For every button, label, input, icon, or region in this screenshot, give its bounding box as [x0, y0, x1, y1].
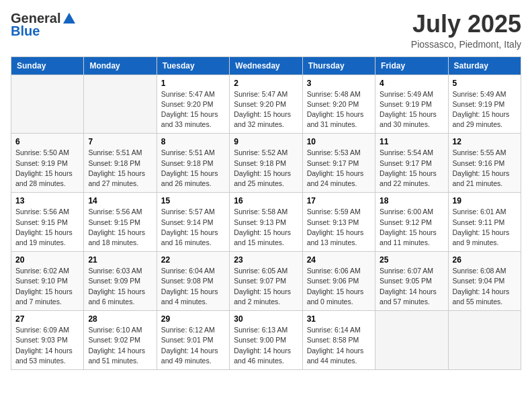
day-detail: Sunrise: 5:57 AMSunset: 9:14 PMDaylight:… [161, 208, 218, 246]
calendar-cell: 26 Sunrise: 6:08 AMSunset: 9:04 PMDaylig… [448, 252, 521, 311]
day-detail: Sunrise: 5:47 AMSunset: 9:20 PMDaylight:… [161, 90, 218, 129]
weekday-header-row: SundayMondayTuesdayWednesdayThursdayFrid… [11, 56, 521, 75]
calendar-cell: 8 Sunrise: 5:51 AMSunset: 9:18 PMDayligh… [157, 134, 229, 193]
calendar-cell: 1 Sunrise: 5:47 AMSunset: 9:20 PMDayligh… [157, 75, 229, 134]
title-block: July 2025 Piossasco, Piedmont, Italy [411, 11, 521, 50]
page-header: General Blue July 2025 Piossasco, Piedmo… [11, 11, 521, 50]
day-number: 28 [88, 314, 152, 324]
calendar-cell: 22 Sunrise: 6:04 AMSunset: 9:08 PMDaylig… [157, 252, 229, 311]
calendar-cell: 30 Sunrise: 6:13 AMSunset: 9:00 PMDaylig… [230, 311, 302, 370]
day-detail: Sunrise: 5:51 AMSunset: 9:18 PMDaylight:… [88, 148, 145, 187]
day-detail: Sunrise: 5:54 AMSunset: 9:17 PMDaylight:… [380, 148, 437, 187]
weekday-header-tuesday: Tuesday [157, 56, 229, 75]
day-detail: Sunrise: 5:48 AMSunset: 9:20 PMDaylight:… [307, 90, 364, 129]
day-number: 26 [453, 255, 517, 265]
calendar-cell: 29 Sunrise: 6:12 AMSunset: 9:01 PMDaylig… [157, 311, 229, 370]
day-number: 22 [161, 255, 225, 265]
day-number: 23 [234, 255, 298, 265]
day-number: 14 [88, 196, 152, 205]
calendar-week-1: 1 Sunrise: 5:47 AMSunset: 9:20 PMDayligh… [11, 75, 521, 134]
day-number: 1 [161, 79, 225, 88]
day-detail: Sunrise: 5:59 AMSunset: 9:13 PMDaylight:… [307, 208, 364, 246]
calendar-title: July 2025 [411, 11, 521, 38]
day-number: 2 [234, 79, 298, 88]
day-number: 27 [15, 314, 79, 324]
calendar-cell: 23 Sunrise: 6:05 AMSunset: 9:07 PMDaylig… [230, 252, 302, 311]
calendar-week-4: 20 Sunrise: 6:02 AMSunset: 9:10 PMDaylig… [11, 252, 521, 311]
weekday-header-saturday: Saturday [448, 56, 521, 75]
day-detail: Sunrise: 6:13 AMSunset: 9:00 PMDaylight:… [234, 326, 291, 365]
calendar-week-2: 6 Sunrise: 5:50 AMSunset: 9:19 PMDayligh… [11, 134, 521, 193]
day-detail: Sunrise: 6:05 AMSunset: 9:07 PMDaylight:… [234, 267, 291, 306]
day-number: 9 [234, 137, 298, 146]
logo-blue-text: Blue [11, 24, 40, 39]
calendar-cell [448, 311, 521, 370]
day-detail: Sunrise: 5:49 AMSunset: 9:19 PMDaylight:… [380, 90, 437, 129]
calendar-cell: 25 Sunrise: 6:07 AMSunset: 9:05 PMDaylig… [375, 252, 448, 311]
day-number: 16 [234, 196, 298, 205]
calendar-cell: 3 Sunrise: 5:48 AMSunset: 9:20 PMDayligh… [302, 75, 375, 134]
calendar-cell [375, 311, 448, 370]
day-detail: Sunrise: 6:03 AMSunset: 9:09 PMDaylight:… [88, 267, 145, 306]
calendar-cell: 2 Sunrise: 5:47 AMSunset: 9:20 PMDayligh… [230, 75, 302, 134]
day-number: 15 [161, 196, 225, 205]
weekday-header-wednesday: Wednesday [230, 56, 302, 75]
calendar-cell: 31 Sunrise: 6:14 AMSunset: 8:58 PMDaylig… [302, 311, 375, 370]
day-number: 11 [380, 137, 443, 146]
logo: General Blue [11, 11, 77, 39]
calendar-week-3: 13 Sunrise: 5:56 AMSunset: 9:15 PMDaylig… [11, 193, 521, 252]
day-number: 5 [453, 79, 517, 88]
calendar-subtitle: Piossasco, Piedmont, Italy [411, 39, 521, 50]
day-detail: Sunrise: 6:10 AMSunset: 9:02 PMDaylight:… [88, 326, 145, 365]
day-detail: Sunrise: 6:12 AMSunset: 9:01 PMDaylight:… [161, 326, 218, 365]
day-number: 3 [307, 79, 371, 88]
calendar-cell: 17 Sunrise: 5:59 AMSunset: 9:13 PMDaylig… [302, 193, 375, 252]
day-number: 29 [161, 314, 225, 324]
day-detail: Sunrise: 6:07 AMSunset: 9:05 PMDaylight:… [380, 267, 437, 306]
calendar-cell: 13 Sunrise: 5:56 AMSunset: 9:15 PMDaylig… [11, 193, 84, 252]
logo-icon [62, 11, 77, 26]
calendar-cell [84, 75, 157, 134]
calendar-cell: 4 Sunrise: 5:49 AMSunset: 9:19 PMDayligh… [375, 75, 448, 134]
weekday-header-monday: Monday [84, 56, 157, 75]
day-detail: Sunrise: 5:51 AMSunset: 9:18 PMDaylight:… [161, 148, 218, 187]
day-detail: Sunrise: 5:56 AMSunset: 9:15 PMDaylight:… [15, 208, 73, 246]
day-detail: Sunrise: 6:01 AMSunset: 9:11 PMDaylight:… [453, 208, 510, 246]
day-detail: Sunrise: 6:14 AMSunset: 8:58 PMDaylight:… [307, 326, 364, 365]
day-number: 21 [88, 255, 152, 265]
calendar-cell: 19 Sunrise: 6:01 AMSunset: 9:11 PMDaylig… [448, 193, 521, 252]
day-number: 24 [307, 255, 371, 265]
day-detail: Sunrise: 5:47 AMSunset: 9:20 PMDaylight:… [234, 90, 291, 129]
day-detail: Sunrise: 6:06 AMSunset: 9:06 PMDaylight:… [307, 267, 364, 306]
day-number: 17 [307, 196, 371, 205]
day-number: 7 [88, 137, 152, 146]
calendar-cell: 21 Sunrise: 6:03 AMSunset: 9:09 PMDaylig… [84, 252, 157, 311]
svg-rect-1 [67, 18, 71, 24]
calendar-cell: 5 Sunrise: 5:49 AMSunset: 9:19 PMDayligh… [448, 75, 521, 134]
calendar-cell: 10 Sunrise: 5:53 AMSunset: 9:17 PMDaylig… [302, 134, 375, 193]
calendar-cell: 12 Sunrise: 5:55 AMSunset: 9:16 PMDaylig… [448, 134, 521, 193]
day-detail: Sunrise: 6:02 AMSunset: 9:10 PMDaylight:… [15, 267, 73, 306]
calendar-cell: 28 Sunrise: 6:10 AMSunset: 9:02 PMDaylig… [84, 311, 157, 370]
day-detail: Sunrise: 5:53 AMSunset: 9:17 PMDaylight:… [307, 148, 364, 187]
day-detail: Sunrise: 5:52 AMSunset: 9:18 PMDaylight:… [234, 148, 291, 187]
calendar-cell: 7 Sunrise: 5:51 AMSunset: 9:18 PMDayligh… [84, 134, 157, 193]
calendar-cell [11, 75, 84, 134]
day-number: 10 [307, 137, 371, 146]
weekday-header-friday: Friday [375, 56, 448, 75]
day-number: 8 [161, 137, 225, 146]
calendar-week-5: 27 Sunrise: 6:09 AMSunset: 9:03 PMDaylig… [11, 311, 521, 370]
day-number: 25 [380, 255, 443, 265]
calendar-cell: 9 Sunrise: 5:52 AMSunset: 9:18 PMDayligh… [230, 134, 302, 193]
calendar-cell: 20 Sunrise: 6:02 AMSunset: 9:10 PMDaylig… [11, 252, 84, 311]
day-number: 13 [15, 196, 79, 205]
day-detail: Sunrise: 5:49 AMSunset: 9:19 PMDaylight:… [453, 90, 510, 129]
day-number: 20 [15, 255, 79, 265]
day-detail: Sunrise: 5:55 AMSunset: 9:16 PMDaylight:… [453, 148, 510, 187]
day-number: 12 [453, 137, 517, 146]
calendar-table: SundayMondayTuesdayWednesdayThursdayFrid… [11, 56, 521, 370]
day-detail: Sunrise: 5:58 AMSunset: 9:13 PMDaylight:… [234, 208, 291, 246]
day-detail: Sunrise: 5:50 AMSunset: 9:19 PMDaylight:… [15, 148, 73, 187]
calendar-cell: 6 Sunrise: 5:50 AMSunset: 9:19 PMDayligh… [11, 134, 84, 193]
day-number: 31 [307, 314, 371, 324]
